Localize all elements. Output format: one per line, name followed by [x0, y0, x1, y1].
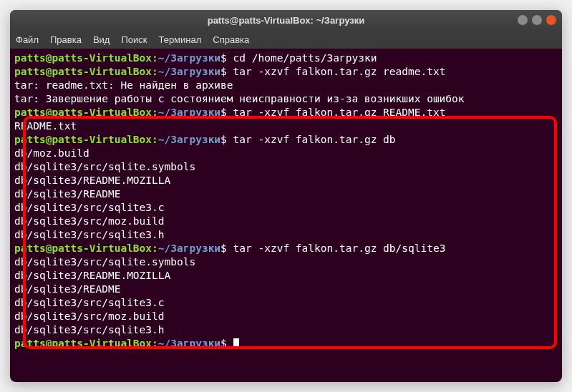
- output-line: tar: Завершение работы с состоянием неис…: [14, 93, 465, 104]
- menu-file[interactable]: Файл: [16, 34, 39, 45]
- output-line: db/sqlite3/README: [14, 283, 120, 295]
- prompt-sep: :: [152, 52, 158, 64]
- cmd-2: tar -xzvf falkon.tar.gz readme.txt: [227, 66, 446, 77]
- terminal-output[interactable]: patts@patts-VirtualBox:~/Загрузки$ cd /h…: [10, 49, 562, 353]
- output-line: db/sqlite3/src/sqlite.symbols: [14, 256, 195, 268]
- cmd-4: tar -xzvf falkon.tar.gz db: [227, 134, 396, 145]
- output-line: db/sqlite3/src/moz.build: [14, 215, 165, 227]
- menubar: Файл Правка Вид Поиск Терминал Справка: [10, 30, 562, 49]
- prompt-user: patts@patts-VirtualBox: [14, 242, 152, 254]
- cmd-1: cd /home/patts/Загрузки: [227, 52, 377, 64]
- prompt-path: ~/Загрузки: [158, 242, 220, 254]
- menu-edit[interactable]: Правка: [50, 34, 82, 45]
- terminal-window: patts@patts-VirtualBox: ~/Загрузки Файл …: [10, 10, 562, 382]
- window-controls: [518, 15, 556, 25]
- window-title: patts@patts-VirtualBox: ~/Загрузки: [208, 15, 365, 26]
- prompt-user: patts@patts-VirtualBox: [14, 66, 152, 77]
- prompt-path: ~/Загрузки: [158, 338, 220, 349]
- maximize-button[interactable]: [532, 15, 542, 25]
- output-line: db/sqlite3/src/sqlite3.c: [14, 202, 165, 213]
- prompt-user: patts@patts-VirtualBox: [14, 338, 152, 349]
- prompt-dollar: $: [220, 52, 227, 64]
- output-line: db/sqlite3/README: [14, 188, 120, 200]
- prompt-dollar: $: [220, 242, 227, 254]
- output-line: README.txt: [14, 120, 77, 132]
- prompt-sep: :: [152, 66, 158, 77]
- prompt-user: patts@patts-VirtualBox: [14, 52, 152, 64]
- output-line: db/sqlite3/src/sqlite3.c: [14, 297, 165, 308]
- prompt-sep: :: [152, 107, 158, 118]
- close-button[interactable]: [546, 15, 556, 25]
- prompt-dollar: $: [220, 338, 227, 349]
- cmd-3: tar -xzvf falkon.tar.gz README.txt: [227, 107, 446, 118]
- prompt-sep: :: [152, 338, 158, 349]
- prompt-path: ~/Загрузки: [158, 134, 220, 145]
- menu-terminal[interactable]: Терминал: [158, 34, 201, 45]
- prompt-dollar: $: [220, 107, 227, 118]
- cursor: [233, 338, 239, 349]
- prompt-path: ~/Загрузки: [158, 66, 220, 77]
- prompt-sep: :: [152, 242, 158, 254]
- titlebar: patts@patts-VirtualBox: ~/Загрузки: [10, 10, 562, 30]
- prompt-user: patts@patts-VirtualBox: [14, 134, 152, 145]
- output-line: tar: readme.txt: Не найден в архиве: [14, 79, 233, 91]
- prompt-sep: :: [152, 134, 158, 145]
- prompt-dollar: $: [220, 66, 227, 77]
- output-line: db/moz.build: [14, 147, 89, 159]
- minimize-button[interactable]: [518, 15, 528, 25]
- cmd-5: tar -xzvf falkon.tar.gz db/sqlite3: [227, 242, 446, 254]
- cmd-6: [227, 338, 233, 349]
- menu-view[interactable]: Вид: [93, 34, 110, 45]
- output-line: db/sqlite3/src/sqlite3.h: [14, 324, 165, 335]
- prompt-path: ~/Загрузки: [158, 52, 220, 64]
- prompt-dollar: $: [220, 134, 227, 145]
- menu-help[interactable]: Справка: [213, 34, 249, 45]
- output-line: db/sqlite3/src/sqlite3.h: [14, 229, 165, 240]
- output-line: db/sqlite3/README.MOZILLA: [14, 270, 170, 281]
- output-line: db/sqlite3/src/moz.build: [14, 310, 165, 322]
- output-line: db/sqlite3/README.MOZILLA: [14, 175, 170, 186]
- menu-search[interactable]: Поиск: [121, 34, 147, 45]
- prompt-path: ~/Загрузки: [158, 107, 220, 118]
- output-line: db/sqlite3/src/sqlite.symbols: [14, 161, 195, 172]
- prompt-user: patts@patts-VirtualBox: [14, 107, 152, 118]
